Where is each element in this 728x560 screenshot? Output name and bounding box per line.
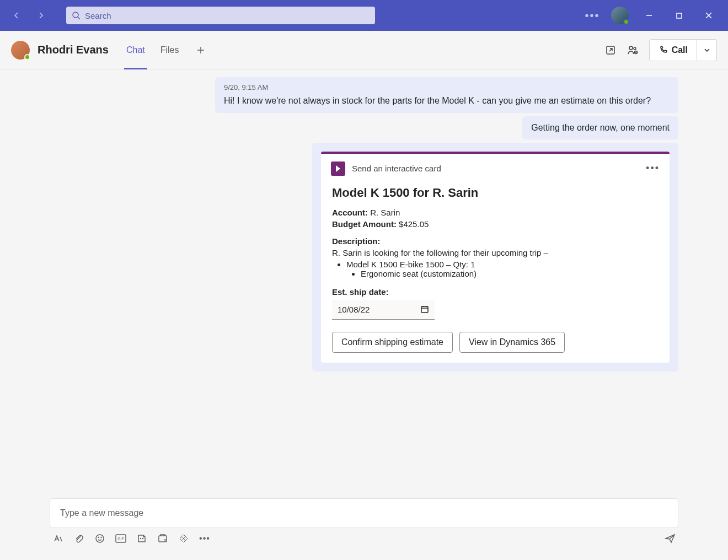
card-more-button[interactable]: ••• — [646, 163, 660, 174]
attach-button[interactable] — [73, 532, 85, 545]
adaptive-card: Send an interactive card ••• Model K 150… — [321, 152, 670, 363]
list-item: Model K 1500 E-bike 1500 – Qty: 1 Ergono… — [346, 260, 659, 278]
format-icon — [53, 534, 63, 543]
gif-icon: GIF — [115, 534, 126, 543]
window-close-button[interactable] — [696, 4, 721, 26]
ship-date-value: 10/08/22 — [338, 305, 370, 314]
message-input[interactable]: Type a new message — [50, 498, 678, 528]
add-people-button[interactable] — [623, 40, 643, 60]
paperclip-icon — [74, 534, 84, 543]
message-placeholder: Type a new message — [60, 508, 143, 518]
search-input[interactable]: Search — [66, 7, 375, 24]
svg-point-0 — [73, 12, 78, 18]
compose-more-button[interactable]: ••• — [199, 532, 211, 545]
popout-button[interactable] — [601, 40, 620, 60]
svg-rect-6 — [421, 306, 428, 313]
popout-icon — [606, 45, 615, 55]
emoji-icon — [95, 534, 105, 543]
call-options-button[interactable] — [697, 39, 717, 61]
search-placeholder: Search — [85, 11, 111, 20]
stream-button[interactable] — [178, 532, 190, 545]
confirm-shipping-button[interactable]: Confirm shipping estimate — [332, 332, 453, 353]
card-field-account: Account: R. Sarin — [332, 208, 659, 217]
card-app-label: Send an interactive card — [352, 164, 441, 173]
view-dynamics-button[interactable]: View in Dynamics 365 — [459, 332, 565, 353]
card-item-list: Model K 1500 E-bike 1500 – Qty: 1 Ergono… — [332, 260, 659, 278]
message-text: Hi! I know we're not always in stock for… — [224, 95, 670, 107]
app-icon — [331, 161, 345, 176]
send-icon — [665, 533, 676, 544]
titlebar: Search ••• — [0, 0, 728, 31]
message-text: Getting the order now, one moment — [531, 122, 670, 134]
message-bubble: 9/20, 9:15 AM Hi! I know we're not alway… — [215, 77, 678, 113]
list-item: Ergonomic seat (customization) — [361, 269, 659, 278]
window-minimize-button[interactable] — [636, 4, 662, 26]
compose-area: Type a new message GIF ••• — [0, 492, 728, 560]
message-bubble: Getting the order now, one moment — [522, 116, 678, 139]
card-message: Send an interactive card ••• Model K 150… — [312, 143, 678, 371]
svg-point-13 — [143, 539, 143, 539]
presence-icon — [24, 54, 30, 60]
svg-point-12 — [141, 539, 141, 539]
format-button[interactable] — [52, 532, 64, 545]
sticker-icon — [137, 534, 147, 543]
contact-avatar[interactable] — [11, 41, 30, 60]
user-avatar[interactable] — [611, 7, 629, 24]
svg-point-8 — [98, 537, 99, 538]
contact-name: Rhodri Evans — [38, 44, 109, 56]
ship-date-input[interactable]: 10/08/22 — [332, 300, 435, 320]
chat-area: 9/20, 9:15 AM Hi! I know we're not alway… — [0, 69, 728, 492]
send-button[interactable] — [664, 532, 676, 545]
search-icon — [72, 11, 81, 20]
plus-icon — [196, 46, 205, 55]
add-tab-button[interactable] — [192, 42, 209, 58]
tab-chat[interactable]: Chat — [124, 31, 147, 69]
svg-text:GIF: GIF — [117, 537, 124, 541]
call-label: Call — [672, 45, 688, 55]
emoji-button[interactable] — [94, 532, 106, 545]
chat-header: Rhodri Evans Chat Files Call — [0, 31, 728, 69]
people-add-icon — [627, 45, 638, 56]
card-description-text: R. Sarin is looking for the following fo… — [332, 248, 659, 257]
calendar-icon — [420, 305, 429, 314]
chevron-down-icon — [704, 47, 710, 53]
card-ship-label: Est. ship date: — [332, 287, 659, 297]
svg-point-9 — [101, 537, 101, 538]
more-options-button[interactable]: ••• — [581, 4, 603, 26]
svg-rect-1 — [677, 13, 682, 18]
svg-point-3 — [629, 46, 633, 50]
svg-point-7 — [96, 535, 104, 542]
message-timestamp: 9/20, 9:15 AM — [224, 83, 670, 93]
svg-point-4 — [634, 47, 636, 50]
nav-forward-button[interactable] — [31, 6, 51, 25]
card-title: Model K 1500 for R. Sarin — [332, 186, 659, 200]
loop-button[interactable] — [157, 532, 169, 545]
card-field-budget: Budget Amount: $425.05 — [332, 219, 659, 229]
phone-icon — [659, 46, 667, 55]
compose-toolbar: GIF ••• — [50, 528, 678, 549]
sticker-button[interactable] — [136, 532, 148, 545]
presence-icon — [623, 19, 629, 25]
gif-button[interactable]: GIF — [115, 532, 127, 545]
tab-files[interactable]: Files — [158, 31, 181, 69]
window-maximize-button[interactable] — [666, 4, 692, 26]
card-description-label: Description: — [332, 236, 659, 246]
loop-icon — [158, 534, 168, 543]
diamond-icon — [179, 534, 189, 543]
call-button[interactable]: Call — [649, 39, 697, 61]
nav-back-button[interactable] — [7, 6, 26, 25]
